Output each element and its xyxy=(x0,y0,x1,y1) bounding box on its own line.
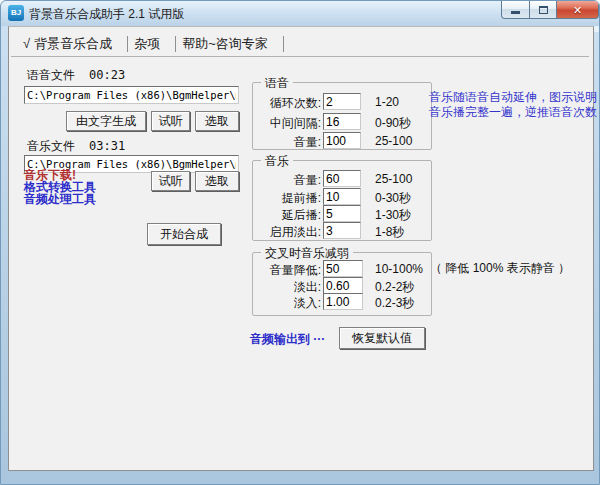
start-synthesis-button[interactable]: 开始合成 xyxy=(147,223,221,245)
menu-separator xyxy=(283,36,284,52)
voice-path-input[interactable] xyxy=(24,86,239,104)
loop-count-label: 循环次数: xyxy=(255,95,321,112)
voice-volume-range: 25-100 xyxy=(375,134,412,148)
app-icon: BJ xyxy=(8,5,24,21)
music-select-button[interactable]: 选取 xyxy=(195,171,239,191)
voice-volume-label: 音量: xyxy=(255,134,321,151)
fade-out-enable-label: 启用淡出: xyxy=(255,224,321,241)
music-group: 音乐 音量: 25-100 提前播: 0-30秒 延后播: 1-30秒 启用淡出… xyxy=(252,160,432,241)
mute-note: （ 降低 100% 表示静音 ） xyxy=(430,260,570,277)
fade-in-input[interactable] xyxy=(323,293,363,310)
volume-reduce-input[interactable] xyxy=(323,260,363,277)
restore-defaults-button[interactable]: 恢复默认值 xyxy=(339,327,425,349)
menu-divider xyxy=(11,56,589,57)
menu-bar: √背景音乐合成 杂项 帮助~咨询专家 xyxy=(19,34,286,54)
loop-count-input[interactable] xyxy=(323,93,361,110)
voice-volume-input[interactable] xyxy=(323,132,361,149)
tab-help-consult[interactable]: 帮助~咨询专家 xyxy=(178,33,281,55)
minimize-button[interactable] xyxy=(501,1,530,19)
fade-in-label: 淡入: xyxy=(255,295,321,312)
music-group-title: 音乐 xyxy=(261,153,293,170)
fade-out-enable-input[interactable] xyxy=(323,222,361,239)
menu-separator xyxy=(175,36,176,52)
music-preview-button[interactable]: 试听 xyxy=(151,171,190,191)
music-volume-input[interactable] xyxy=(323,170,361,187)
close-icon: ✕ xyxy=(573,2,582,18)
generate-from-text-button[interactable]: 由文字生成 xyxy=(66,111,146,131)
voice-group: 语音 循环次数: 1-20 中间间隔: 0-90秒 音量: 25-100 xyxy=(252,82,432,150)
maximize-button[interactable] xyxy=(530,1,557,19)
check-icon: √ xyxy=(23,36,30,51)
maximize-icon xyxy=(539,6,548,14)
voice-group-title: 语音 xyxy=(261,75,293,92)
client-area: √背景音乐合成 杂项 帮助~咨询专家 语音文件00:23 由文字生成 试听 选取… xyxy=(8,26,594,471)
title-bar: BJ 背景音乐合成助手 2.1 试用版 ✕ xyxy=(1,1,600,26)
crossfade-group: 交叉时音乐减弱 音量降低: 10-100% 淡出: 0.2-2秒 淡入: 0.2… xyxy=(252,252,432,316)
fade-in-range: 0.2-3秒 xyxy=(375,295,414,312)
audio-process-link[interactable]: 音频处理工具 xyxy=(24,191,96,208)
post-play-input[interactable] xyxy=(323,205,361,222)
close-button[interactable]: ✕ xyxy=(557,1,599,19)
hint-text: 音乐随语音自动延伸，图示说明 音乐播完整一遍，逆推语音次数 xyxy=(429,90,597,120)
pre-play-input[interactable] xyxy=(323,188,361,205)
music-volume-label: 音量: xyxy=(255,172,321,189)
tab-misc[interactable]: 杂项 xyxy=(130,33,173,55)
app-window: BJ 背景音乐合成助手 2.1 试用版 ✕ √背景音乐合成 杂项 帮助~咨询专家… xyxy=(0,0,600,485)
audio-output-link[interactable]: 音频输出到 ··· xyxy=(250,331,325,348)
volume-reduce-range: 10-100% xyxy=(375,262,423,276)
loop-count-range: 1-20 xyxy=(375,95,399,109)
voice-file-label: 语音文件00:23 xyxy=(27,67,125,84)
music-file-label: 音乐文件03:31 xyxy=(27,138,125,155)
gap-interval-input[interactable] xyxy=(323,113,361,130)
gap-interval-range: 0-90秒 xyxy=(375,115,411,132)
music-duration: 03:31 xyxy=(89,139,125,153)
window-title: 背景音乐合成助手 2.1 试用版 xyxy=(29,6,184,23)
voice-select-button[interactable]: 选取 xyxy=(195,111,239,131)
music-volume-range: 25-100 xyxy=(375,172,412,186)
voice-duration: 00:23 xyxy=(89,68,125,82)
voice-preview-button[interactable]: 试听 xyxy=(151,111,190,131)
tab-background-music-compose[interactable]: √背景音乐合成 xyxy=(19,33,125,55)
minimize-icon xyxy=(511,11,520,14)
gap-interval-label: 中间间隔: xyxy=(255,115,321,132)
menu-separator xyxy=(127,36,128,52)
fade-out-enable-range: 1-8秒 xyxy=(375,224,404,241)
fade-out-input[interactable] xyxy=(323,277,363,294)
